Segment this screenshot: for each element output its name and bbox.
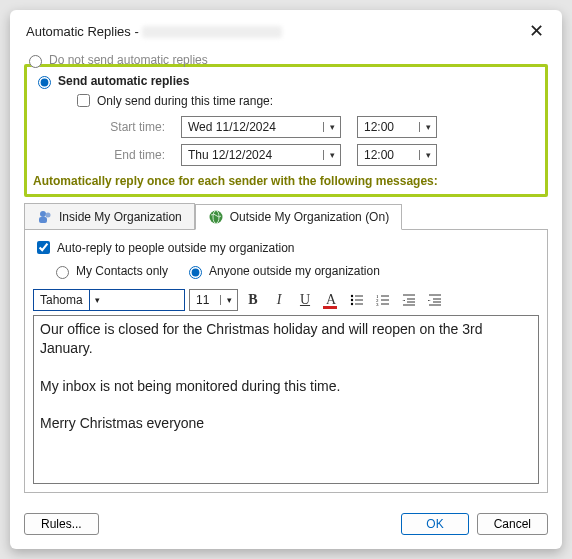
format-toolbar: Tahoma ▾ 11 ▾ B I U A 123 — [33, 289, 539, 311]
label-end-time: End time: — [85, 148, 165, 162]
svg-point-5 — [351, 295, 353, 297]
chevron-down-icon[interactable]: ▾ — [419, 122, 436, 132]
font-name-combo[interactable]: Tahoma ▾ — [33, 289, 185, 311]
chevron-down-icon[interactable]: ▾ — [419, 150, 436, 160]
underline-button[interactable]: U — [294, 290, 316, 310]
bullet-list-icon[interactable] — [346, 290, 368, 310]
numbered-list-icon[interactable]: 123 — [372, 290, 394, 310]
globe-icon — [208, 209, 224, 225]
font-size-value: 11 — [190, 293, 220, 307]
outdent-icon[interactable] — [398, 290, 420, 310]
checkbox-auto-outside[interactable]: Auto-reply to people outside my organiza… — [33, 238, 539, 257]
svg-text:3: 3 — [376, 302, 379, 307]
svg-point-7 — [351, 303, 353, 305]
checkbox-time-range[interactable]: Only send during this time range: — [73, 91, 539, 110]
start-time-combo[interactable]: 12:00 ▾ — [357, 116, 437, 138]
option-do-not-send[interactable]: Do not send automatic replies — [24, 52, 548, 68]
close-icon[interactable]: ✕ — [523, 20, 550, 42]
bold-button[interactable]: B — [242, 290, 264, 310]
option-send-label: Send automatic replies — [58, 74, 189, 88]
tab-outside-label: Outside My Organization (On) — [230, 210, 389, 224]
svg-point-2 — [46, 212, 51, 217]
svg-marker-21 — [402, 300, 405, 301]
scope-row: My Contacts only Anyone outside my organ… — [51, 261, 539, 281]
end-time-combo[interactable]: 12:00 ▾ — [357, 144, 437, 166]
checkbox-time-range-label: Only send during this time range: — [97, 94, 273, 108]
start-time-value: 12:00 — [358, 120, 419, 134]
option-send[interactable]: Send automatic replies — [33, 73, 539, 89]
info-line: Automatically reply once for each sender… — [33, 174, 539, 188]
tab-inside-org[interactable]: Inside My Organization — [24, 203, 195, 229]
option-contacts-only[interactable]: My Contacts only — [51, 263, 168, 279]
svg-rect-1 — [39, 217, 47, 223]
indent-icon[interactable] — [424, 290, 446, 310]
font-size-combo[interactable]: 11 ▾ — [189, 289, 238, 311]
tabs: Inside My Organization Outside My Organi… — [24, 203, 548, 229]
tab-outside-org[interactable]: Outside My Organization (On) — [195, 204, 402, 230]
rules-button[interactable]: Rules... — [24, 513, 99, 535]
message-editor[interactable]: Our office is closed for the Christmas h… — [33, 315, 539, 484]
tab-inside-label: Inside My Organization — [59, 210, 182, 224]
chevron-down-icon[interactable]: ▾ — [89, 290, 106, 310]
svg-point-0 — [40, 211, 46, 217]
titlebar: Automatic Replies - ✕ — [10, 10, 562, 46]
dialog-title: Automatic Replies - — [26, 24, 282, 39]
option-anyone[interactable]: Anyone outside my organization — [184, 263, 380, 279]
people-icon — [37, 209, 53, 225]
option-contacts-only-label: My Contacts only — [76, 264, 168, 278]
dialog-footer: Rules... OK Cancel — [10, 503, 562, 549]
start-date-value: Wed 11/12/2024 — [182, 120, 323, 134]
svg-point-6 — [351, 299, 353, 301]
highlighted-send-section: Send automatic replies Only send during … — [24, 64, 548, 197]
end-time-value: 12:00 — [358, 148, 419, 162]
end-date-combo[interactable]: Thu 12/12/2024 ▾ — [181, 144, 341, 166]
font-color-button[interactable]: A — [320, 290, 342, 310]
automatic-replies-dialog: Automatic Replies - ✕ Do not send automa… — [10, 10, 562, 549]
italic-button[interactable]: I — [268, 290, 290, 310]
chevron-down-icon[interactable]: ▾ — [323, 122, 340, 132]
checkbox-auto-outside-label: Auto-reply to people outside my organiza… — [57, 241, 294, 255]
svg-marker-26 — [428, 300, 431, 301]
option-do-not-send-label: Do not send automatic replies — [49, 53, 208, 67]
option-anyone-label: Anyone outside my organization — [209, 264, 380, 278]
chevron-down-icon[interactable]: ▾ — [220, 295, 237, 305]
cancel-button[interactable]: Cancel — [477, 513, 548, 535]
font-name-value: Tahoma — [34, 293, 89, 307]
chevron-down-icon[interactable]: ▾ — [323, 150, 340, 160]
ok-button[interactable]: OK — [401, 513, 468, 535]
outside-panel: Auto-reply to people outside my organiza… — [24, 229, 548, 493]
label-start-time: Start time: — [85, 120, 165, 134]
start-date-combo[interactable]: Wed 11/12/2024 ▾ — [181, 116, 341, 138]
end-date-value: Thu 12/12/2024 — [182, 148, 323, 162]
